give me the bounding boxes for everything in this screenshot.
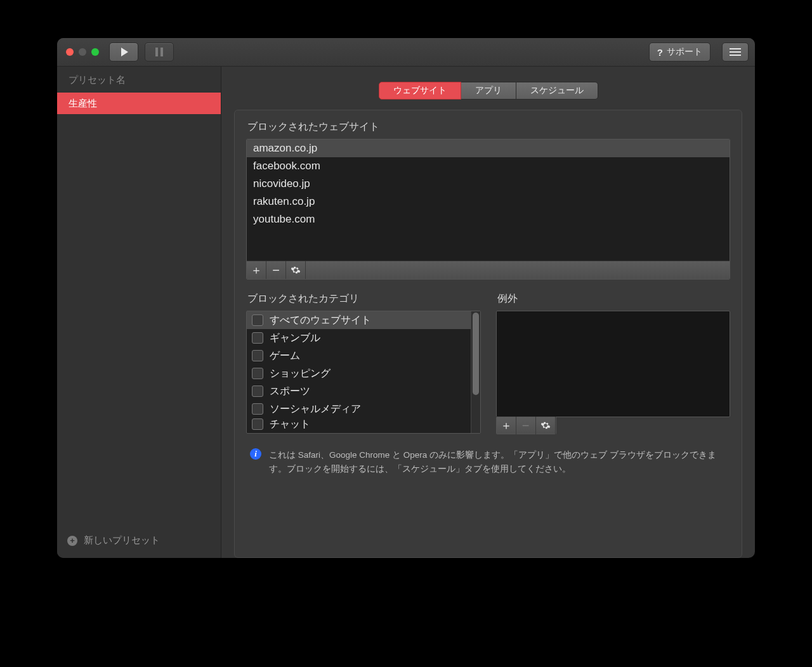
category-label: スポーツ [270, 385, 310, 398]
category-label: ソーシャルメディア [270, 403, 361, 416]
blocked-sites-heading: ブロックされたウェブサイト [247, 120, 730, 134]
close-window-button[interactable] [66, 48, 74, 56]
category-checkbox[interactable] [252, 350, 263, 361]
categories-list[interactable]: すべてのウェブサイト ギャンブル ゲーム [246, 311, 481, 434]
exceptions-toolbar: ＋ − [496, 417, 556, 434]
exceptions-heading: 例外 [497, 292, 731, 306]
site-options-button[interactable] [286, 261, 306, 279]
info-text: これは Safari、Google Chrome と Opera のみに影響しま… [269, 448, 726, 476]
category-label: ゲーム [270, 349, 300, 363]
content-panel: ブロックされたウェブサイト amazon.co.jp facebook.com … [234, 110, 742, 558]
category-row[interactable]: ショッピング [247, 365, 471, 382]
main-area: ウェブサイト アプリ スケジュール ブロックされたウェブサイト amazon.c… [221, 67, 755, 558]
category-checkbox[interactable] [252, 368, 263, 379]
tab-label: アプリ [475, 85, 502, 96]
category-label: すべてのウェブサイト [270, 314, 371, 327]
gear-icon [540, 420, 551, 431]
pause-button[interactable] [145, 42, 174, 62]
site-row[interactable]: rakuten.co.jp [247, 193, 730, 210]
category-label: ギャンブル [270, 332, 320, 345]
site-row[interactable]: youtube.com [247, 210, 730, 228]
support-button[interactable]: ? サポート [649, 42, 710, 62]
category-row[interactable]: ゲーム [247, 347, 471, 365]
new-preset-label: 新しいプリセット [84, 534, 160, 547]
preset-item[interactable]: 生産性 [57, 93, 221, 114]
site-domain: amazon.co.jp [253, 142, 317, 155]
add-exception-button[interactable]: ＋ [497, 417, 516, 434]
category-checkbox[interactable] [252, 418, 263, 430]
app-window: ? サポート プリセット名 生産性 + 新しいプリセット ウェブサイト アプリ … [57, 38, 755, 558]
menu-button[interactable] [722, 42, 749, 62]
exceptions-list[interactable] [496, 311, 731, 417]
category-label: チャット [270, 418, 310, 431]
info-note: i これは Safari、Google Chrome と Opera のみに影響… [246, 448, 730, 478]
category-checkbox[interactable] [252, 314, 263, 326]
fullscreen-window-button[interactable] [91, 48, 99, 56]
site-row[interactable]: amazon.co.jp [247, 139, 730, 157]
categories-scrollbar[interactable] [471, 311, 480, 433]
tab-label: スケジュール [530, 85, 584, 96]
titlebar: ? サポート [57, 38, 755, 67]
minimize-window-button[interactable] [79, 48, 86, 56]
sidebar: プリセット名 生産性 + 新しいプリセット [57, 67, 221, 558]
info-icon: i [250, 448, 261, 460]
site-row[interactable]: nicovideo.jp [247, 175, 730, 193]
site-domain: facebook.com [253, 160, 320, 172]
category-row[interactable]: スポーツ [247, 382, 471, 400]
blocked-sites-list[interactable]: amazon.co.jp facebook.com nicovideo.jp r… [246, 139, 730, 280]
site-row[interactable]: facebook.com [247, 157, 730, 175]
tab-schedule[interactable]: スケジュール [516, 82, 598, 100]
blocked-sites-toolbar: ＋ − [247, 261, 730, 279]
gear-icon [291, 265, 301, 275]
help-icon: ? [657, 47, 663, 58]
category-checkbox[interactable] [252, 385, 263, 397]
support-label: サポート [667, 46, 702, 58]
category-row[interactable]: ギャンブル [247, 329, 471, 347]
category-checkbox[interactable] [252, 332, 263, 344]
remove-site-button[interactable]: − [266, 261, 286, 279]
category-row[interactable]: ソーシャルメディア [247, 400, 471, 418]
scrollbar-thumb[interactable] [473, 313, 479, 395]
exceptions-column: 例外 ＋ − [496, 291, 731, 437]
sidebar-header: プリセット名 [57, 67, 221, 93]
traffic-lights [66, 48, 99, 56]
categories-column: ブロックされたカテゴリ すべてのウェブサイト ギャンブル [246, 291, 481, 437]
new-preset-button[interactable]: + 新しいプリセット [57, 526, 221, 558]
add-site-button[interactable]: ＋ [247, 261, 266, 279]
preset-label: 生産性 [69, 98, 97, 110]
category-row[interactable]: チャット [247, 418, 471, 431]
tab-websites[interactable]: ウェブサイト [379, 82, 461, 100]
category-checkbox[interactable] [252, 403, 263, 415]
category-row[interactable]: すべてのウェブサイト [247, 311, 471, 329]
remove-exception-button: − [516, 417, 536, 434]
pause-icon [155, 48, 163, 56]
site-domain: youtube.com [253, 213, 315, 226]
site-domain: nicovideo.jp [253, 178, 310, 190]
plus-circle-icon: + [67, 536, 77, 546]
play-icon [121, 48, 128, 56]
exception-options-button[interactable] [536, 417, 556, 434]
tab-label: ウェブサイト [393, 85, 447, 96]
start-button[interactable] [109, 42, 138, 62]
blocked-categories-heading: ブロックされたカテゴリ [247, 292, 481, 306]
tab-bar: ウェブサイト アプリ スケジュール [379, 82, 598, 100]
tab-apps[interactable]: アプリ [461, 82, 516, 100]
category-label: ショッピング [270, 367, 331, 380]
site-domain: rakuten.co.jp [253, 195, 315, 208]
hamburger-icon [730, 48, 741, 56]
